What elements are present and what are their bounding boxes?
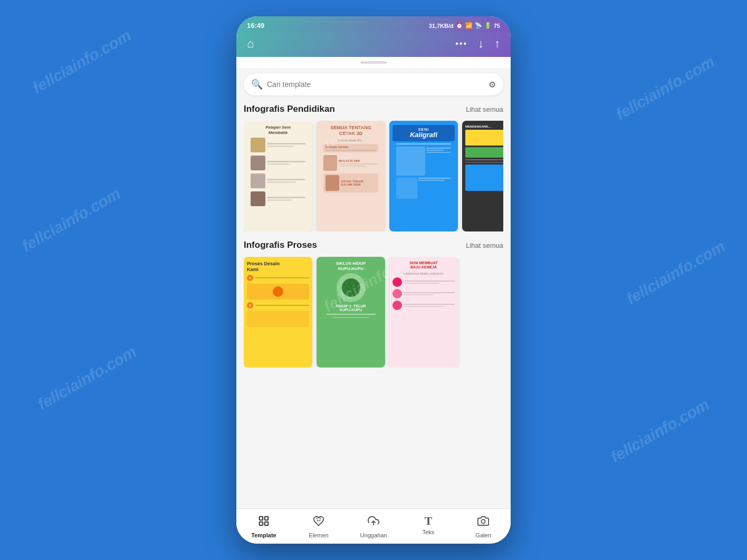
search-bar: 🔍 ⚙ xyxy=(244,73,503,95)
watermark-left-mid: fellciainfo.com xyxy=(19,185,124,255)
elemen-label: Elemen xyxy=(309,532,328,538)
watermark-left-top: fellciainfo.com xyxy=(30,26,135,97)
watermark-right-top: fellciainfo.com xyxy=(613,53,718,123)
nav-galeri[interactable]: Galeri xyxy=(456,509,511,544)
header-actions: ••• ↓ ↑ xyxy=(455,37,500,51)
teks-label: Teks xyxy=(423,529,435,535)
template-card-kaligrafi[interactable]: SENI Kaligrafi xyxy=(389,121,458,231)
section-title-pendidikan: Infografis Pendidikan xyxy=(244,104,335,114)
network-speed: 31,7KB/d xyxy=(429,23,454,29)
app-header: ⌂ ••• ↓ ↑ xyxy=(236,33,511,57)
section-infografis-pendidikan: Infografis Pendidikan Lihat semua Pelaja… xyxy=(236,104,511,240)
watermark-right-mid: fellciainfo.com xyxy=(624,237,729,308)
svg-point-6 xyxy=(481,519,485,523)
template-card-baju-kemeja[interactable]: SENI MEMBUATBAJU KEMEJA LANGKAH DEMI LAN… xyxy=(389,257,458,368)
section-header-pendidikan: Infografis Pendidikan Lihat semua xyxy=(244,104,503,114)
nav-unggahan[interactable]: Unggahan xyxy=(346,509,401,544)
watermark-left-bot: fellciainfo.com xyxy=(35,343,140,413)
main-content: 🔍 ⚙ Infografis Pendidikan Lihat semua Pe… xyxy=(236,68,511,508)
search-input[interactable] xyxy=(267,80,489,89)
battery-icon: 🔋 xyxy=(484,22,492,29)
home-button[interactable]: ⌂ xyxy=(247,37,254,51)
nav-teks[interactable]: T Teks xyxy=(401,509,456,544)
status-right: 31,7KB/d ⏰ 📶 📡 🔋 75 xyxy=(429,22,500,29)
galeri-label: Galeri xyxy=(475,532,491,538)
svg-rect-3 xyxy=(265,522,268,525)
template-card-proses-desain[interactable]: Proses DesainKami 1 xyxy=(244,257,312,368)
template-row-pendidikan: Pelajari SeniMembalik xyxy=(244,121,503,231)
svg-rect-0 xyxy=(260,517,263,520)
phone-container: fellciainfo.com fellciainfo.com fellciai… xyxy=(236,16,511,544)
template-card-dark[interactable]: MENDENGARK... xyxy=(462,121,503,231)
watermark-right-bot: fellciainfo.com xyxy=(608,395,713,466)
template-icon xyxy=(258,515,270,530)
svg-rect-1 xyxy=(265,517,268,520)
elemen-icon xyxy=(313,515,324,530)
section-header-proses: Infografis Proses Lihat semua xyxy=(244,240,503,250)
battery-level: 75 xyxy=(494,23,500,29)
nav-template[interactable]: Template xyxy=(236,509,291,544)
template-card-cetak-3d[interactable]: SEMUA TENTANGCETAK 3D Apa itu cetak 3D..… xyxy=(317,121,385,231)
nav-elemen[interactable]: Elemen xyxy=(291,509,346,544)
search-icon: 🔍 xyxy=(251,79,263,90)
template-row-proses: Proses DesainKami 1 xyxy=(244,257,503,368)
svg-rect-2 xyxy=(260,522,263,525)
signal-icon: 📶 xyxy=(465,22,473,29)
galeri-icon xyxy=(477,515,489,530)
teks-icon: T xyxy=(425,515,433,527)
template-card-pelajari-seni[interactable]: Pelajari SeniMembalik xyxy=(244,121,312,231)
share-button[interactable]: ↑ xyxy=(494,37,500,51)
status-time: 16:49 xyxy=(247,22,264,30)
unggahan-label: Unggahan xyxy=(360,532,387,538)
alarm-icon: ⏰ xyxy=(456,22,463,29)
filter-icon[interactable]: ⚙ xyxy=(489,80,496,90)
scroll-handle xyxy=(360,61,387,64)
see-all-proses[interactable]: Lihat semua xyxy=(466,242,503,249)
see-all-pendidikan[interactable]: Lihat semua xyxy=(466,105,503,113)
wifi-icon: 📡 xyxy=(475,22,482,29)
download-button[interactable]: ↓ xyxy=(478,37,484,51)
unggahan-icon xyxy=(368,515,379,530)
bottom-nav: Template Elemen Unggahan T xyxy=(236,508,511,544)
template-card-siklus-kupu[interactable]: SIKLUS HIDUPKUPU-KUPU TAHAP 1: TELURKUPU… xyxy=(317,257,385,368)
status-bar: 16:49 31,7KB/d ⏰ 📶 📡 🔋 75 xyxy=(236,16,511,33)
section-infografis-proses: Infografis Proses Lihat semua Proses Des… xyxy=(236,240,511,376)
section-title-proses: Infografis Proses xyxy=(244,240,317,250)
template-label: Template xyxy=(251,532,276,538)
more-options-button[interactable]: ••• xyxy=(455,39,467,49)
